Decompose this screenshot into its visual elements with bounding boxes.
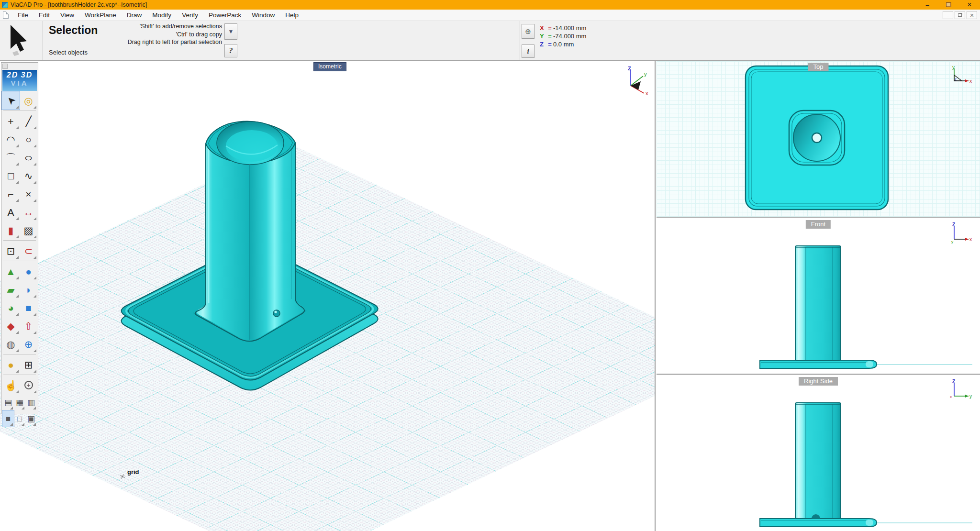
coord-x-value: -14.000 mm (553, 24, 586, 32)
push-pull-icon: ⇧ (24, 321, 33, 331)
mirror-tool[interactable]: ⊂ (20, 242, 37, 260)
front-view-pane[interactable]: Front (657, 218, 980, 374)
restore-button[interactable] (938, 0, 959, 10)
svg-text:x: x (969, 237, 972, 242)
wireframe-view-button[interactable]: ▤ (2, 394, 14, 410)
document-icon[interactable] (3, 11, 9, 19)
trim-tool[interactable]: × (20, 185, 37, 203)
rectangle-tool[interactable]: □ (2, 166, 20, 185)
menu-edit[interactable]: Edit (33, 11, 55, 20)
shaded-wire-view-button[interactable]: ▥ (25, 394, 37, 410)
ellipse-icon: ○ (24, 153, 33, 163)
boolean-union-tool[interactable]: ⊕ (20, 335, 37, 353)
svg-text:y: y (644, 71, 647, 77)
main-viewport[interactable]: Isometric Z y x grid (0, 61, 656, 531)
tool-options-dropdown-button[interactable]: ▼ (224, 23, 237, 40)
push-pull-tool[interactable]: ⇧ (20, 317, 37, 335)
material-render-tool[interactable]: ● (2, 355, 20, 374)
arc-icon: ◠ (6, 134, 15, 144)
inspector-button[interactable]: i (522, 44, 535, 58)
view-name-tab[interactable]: Isometric (313, 62, 346, 71)
spline-tool[interactable]: ∿ (20, 166, 37, 185)
hatch-icon: ▨ (24, 225, 33, 235)
right-side-view-pane[interactable]: Right Side (657, 375, 980, 531)
menu-draw[interactable]: Draw (122, 11, 147, 20)
base-slab-front (760, 360, 877, 368)
circle-tool[interactable]: ○ (20, 130, 37, 148)
zoom-tool[interactable]: + (20, 376, 37, 394)
menu-powerpack[interactable]: PowerPack (203, 11, 246, 20)
hidden-line-view-button[interactable]: ▦ (14, 394, 25, 410)
top-view-pane[interactable]: Top y x (657, 61, 980, 217)
curvature-analysis-tool[interactable]: ◍ (2, 335, 20, 353)
shaded-view-button[interactable]: ■ (2, 410, 14, 427)
minimize-button[interactable]: – (917, 0, 938, 10)
wireframe-cube-icon: ▤ (4, 398, 12, 407)
spline-icon: ∿ (24, 171, 33, 181)
surface-tool[interactable]: ▲ (2, 262, 20, 280)
point-icon: + (8, 116, 13, 126)
hint-line: 'Ctrl' to drag copy (115, 31, 222, 39)
tool-help-button[interactable]: ? (224, 44, 237, 57)
menu-verify[interactable]: Verify (177, 11, 203, 20)
menu-file[interactable]: File (12, 11, 33, 20)
axis-triad-isometric: Z y x (618, 65, 652, 98)
solid-cube-tool[interactable]: ■ (20, 299, 37, 317)
arc-tool[interactable]: ◠ (2, 130, 20, 148)
revolve-icon: ◗ (25, 285, 32, 295)
ellipse-tool[interactable]: ○ (20, 148, 37, 166)
copy-transform-tool[interactable]: ⊡ (2, 242, 20, 260)
hint-line: Drag right to left for partial selection (115, 38, 222, 46)
close-button[interactable]: × (959, 0, 980, 10)
menu-help[interactable]: Help (280, 11, 304, 20)
drain-hole-topview (812, 133, 822, 143)
tool-hints: 'Shift' to add/remove selections 'Ctrl' … (115, 22, 222, 46)
svg-text:x: x (950, 395, 952, 399)
select-tool[interactable]: ➤ (2, 91, 20, 110)
material-sphere-icon: ● (8, 360, 14, 370)
snap-target-button[interactable]: ⊕ (522, 24, 535, 39)
shaded-wire-cube-icon: ▥ (27, 398, 35, 407)
menu-modify[interactable]: Modify (147, 11, 177, 20)
model-3d-isometric[interactable] (0, 61, 656, 531)
copy-icon: ⊡ (7, 246, 15, 256)
loft-tool[interactable]: ◆ (2, 317, 20, 335)
coord-x-label: X (540, 24, 546, 32)
front-view-model (657, 218, 980, 372)
solid-cylinder-tool[interactable]: ● (20, 262, 37, 280)
mdi-close-button[interactable]: × (967, 11, 977, 19)
measure-tool[interactable]: ◎ (20, 91, 37, 110)
mirror-icon: ⊂ (24, 246, 33, 256)
tab-2d[interactable]: 2D (7, 71, 18, 79)
coord-x-row: X=-14.000 mm (540, 24, 586, 32)
polyline-tool[interactable]: ⌐ (2, 185, 20, 203)
axis-triad-front: Z x y (947, 222, 973, 247)
curve-tool[interactable]: ⌒ (2, 148, 20, 166)
app-icon (2, 2, 8, 8)
menu-workplane[interactable]: WorkPlane (79, 11, 122, 20)
tab-3d[interactable]: 3D (21, 71, 33, 79)
render-window-button[interactable]: ▣ (25, 410, 37, 427)
svg-text:Z: Z (952, 222, 955, 227)
dimension-tool[interactable]: ↔ (20, 203, 37, 221)
mdi-restore-icon (958, 13, 962, 17)
blend-surface-tool[interactable]: ◕ (2, 299, 20, 317)
extrude-tool[interactable]: ▰ (2, 280, 20, 299)
divider-tool[interactable]: ▮ (2, 221, 20, 239)
palette-grip[interactable] (2, 64, 8, 69)
pan-tool[interactable]: ☝ (2, 376, 20, 394)
surface-icon: ▲ (6, 266, 16, 277)
text-tool[interactable]: A (2, 203, 20, 221)
menu-window[interactable]: Window (246, 11, 280, 20)
mdi-minimize-button[interactable]: – (943, 11, 953, 19)
line-tool[interactable]: ╱ (20, 112, 37, 130)
point-tool[interactable]: + (2, 112, 20, 130)
cube-icon: ■ (25, 303, 32, 313)
menu-view[interactable]: View (55, 11, 79, 20)
hatch-tool[interactable]: ▨ (20, 221, 37, 239)
mdi-restore-button[interactable] (955, 11, 965, 19)
unshaded-view-button[interactable]: □ (14, 410, 25, 427)
coord-z-label: Z (540, 40, 546, 48)
viewport-layout-tool[interactable]: ⊞ (20, 355, 37, 374)
revolve-tool[interactable]: ◗ (20, 280, 37, 299)
